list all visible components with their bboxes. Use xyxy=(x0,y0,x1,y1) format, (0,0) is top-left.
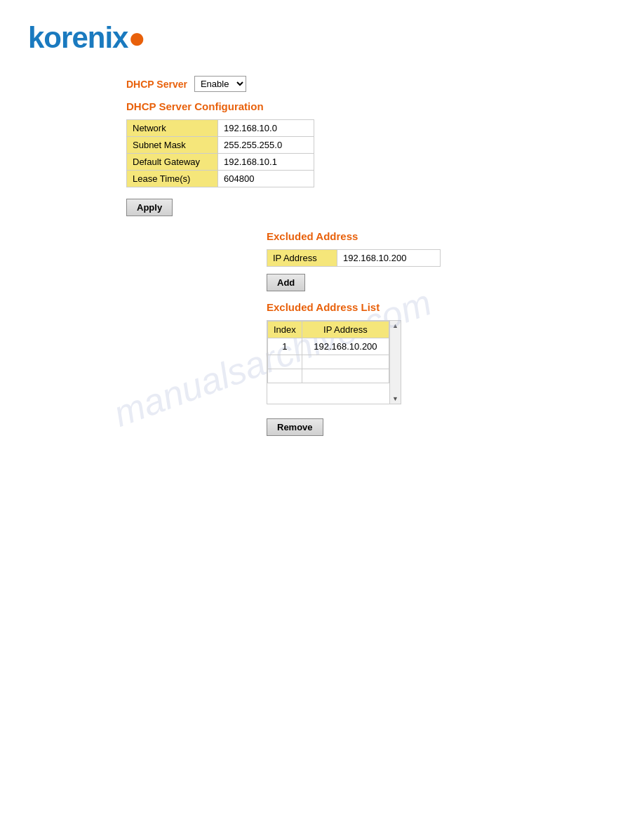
list-item[interactable]: 1 192.168.10.200 xyxy=(268,338,389,355)
logo-i: i xyxy=(105,21,112,54)
logo-area: korenix● xyxy=(28,21,616,55)
empty-cell xyxy=(302,369,389,383)
subnet-input[interactable] xyxy=(224,140,308,150)
excluded-address-table: IP Address xyxy=(267,249,441,267)
logo-e: e xyxy=(72,21,87,54)
excluded-ip-input[interactable] xyxy=(343,253,434,263)
table-row: Lease Time(s) xyxy=(127,171,314,187)
excluded-ip-row: IP Address xyxy=(267,250,441,267)
table-row: Network xyxy=(127,120,314,137)
logo-n: n xyxy=(88,21,105,54)
empty-cell xyxy=(268,369,302,383)
logo-k: k xyxy=(28,21,43,54)
logo-o: o xyxy=(43,21,61,54)
add-button[interactable]: Add xyxy=(267,274,305,291)
list-header-row: Index IP Address xyxy=(268,322,389,338)
dhcp-server-label: DHCP Server xyxy=(126,79,187,90)
dhcp-server-select[interactable]: Enable Disable xyxy=(194,76,246,92)
logo-dot: ● xyxy=(128,21,145,54)
table-row: Default Gateway xyxy=(127,154,314,171)
excluded-ip-label: IP Address xyxy=(267,250,337,267)
excluded-title: Excluded Address xyxy=(267,230,616,242)
subnet-label: Subnet Mask xyxy=(127,137,218,154)
apply-button[interactable]: Apply xyxy=(126,199,173,216)
excluded-ip-cell xyxy=(337,250,441,267)
page-wrapper: manualsarchive.com korenix● DHCP Server … xyxy=(0,0,644,834)
logo-x: x xyxy=(112,21,128,54)
list-index: 1 xyxy=(268,338,302,355)
logo-text: korenix● xyxy=(28,21,145,54)
subnet-value-cell xyxy=(218,137,314,154)
scroll-up-arrow[interactable]: ▲ xyxy=(391,321,400,331)
gateway-label: Default Gateway xyxy=(127,154,218,171)
dhcp-server-row: DHCP Server Enable Disable xyxy=(126,76,616,92)
index-header: Index xyxy=(268,322,302,338)
lease-value-cell xyxy=(218,171,314,187)
excluded-section: Excluded Address IP Address Add Excluded… xyxy=(267,230,616,436)
table-row: Subnet Mask xyxy=(127,137,314,154)
remove-button[interactable]: Remove xyxy=(267,418,323,436)
list-empty-row xyxy=(268,355,389,369)
config-table: Network Subnet Mask Default Gateway xyxy=(126,119,314,187)
list-table-wrapper: Index IP Address 1 192.168.10.200 xyxy=(267,320,390,404)
lease-label: Lease Time(s) xyxy=(127,171,218,187)
gateway-input[interactable] xyxy=(224,157,308,167)
logo-r: r xyxy=(61,21,72,54)
list-empty-row xyxy=(268,369,389,383)
excluded-list-title: Excluded Address List xyxy=(267,301,616,313)
network-value-cell xyxy=(218,120,314,137)
network-input[interactable] xyxy=(224,123,308,133)
lease-input[interactable] xyxy=(224,173,308,184)
empty-cell xyxy=(302,355,389,369)
dhcp-config-title: DHCP Server Configuration xyxy=(126,100,616,112)
list-area: Index IP Address 1 192.168.10.200 xyxy=(267,320,616,411)
list-ip: 192.168.10.200 xyxy=(302,338,389,355)
scrollbar[interactable]: ▲ ▼ xyxy=(390,320,401,404)
scroll-down-arrow[interactable]: ▼ xyxy=(391,394,400,404)
empty-cell xyxy=(268,355,302,369)
gateway-value-cell xyxy=(218,154,314,171)
network-label: Network xyxy=(127,120,218,137)
excluded-list-table: Index IP Address 1 192.168.10.200 xyxy=(267,321,389,383)
ip-header: IP Address xyxy=(302,322,389,338)
